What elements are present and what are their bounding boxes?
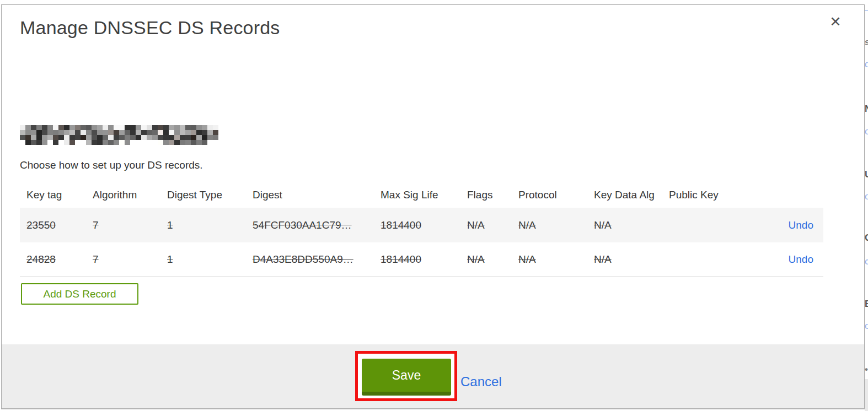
cancel-link[interactable]: Cancel (460, 374, 502, 390)
redacted-domain-name (20, 125, 218, 145)
header-digest-type: Digest Type (167, 189, 253, 201)
header-algorithm: Algorithm (93, 189, 167, 201)
header-key-tag: Key tag (26, 189, 93, 201)
cell-max-sig-life: 1814400 (381, 253, 467, 266)
save-button[interactable]: Save (362, 359, 451, 396)
table-row: 23550 7 1 54FCF030AA1C79… 1814400 N/A N/… (20, 208, 823, 242)
header-key-data-alg: Key Data Alg (594, 189, 669, 201)
background-page-footer (865, 379, 868, 411)
cell-digest: 54FCF030AA1C79… (253, 219, 381, 231)
cell-protocol: N/A (518, 253, 594, 266)
cell-digest: D4A33E8DD550A9… (253, 253, 381, 266)
header-digest: Digest (253, 189, 381, 201)
cell-algorithm: 7 (93, 219, 167, 231)
header-protocol: Protocol (518, 189, 594, 201)
undo-cell: Undo (773, 219, 823, 231)
undo-link[interactable]: Undo (789, 219, 813, 231)
cell-key-data-alg: N/A (594, 219, 669, 231)
manage-dnssec-dialog: Manage DNSSEC DS Records ✕ Choose how to… (1, 4, 865, 409)
cell-key-data-alg: N/A (594, 253, 669, 266)
instruction-text: Choose how to set up your DS records. (20, 159, 203, 171)
cell-key-tag: 24828 (26, 253, 93, 266)
cell-protocol: N/A (518, 219, 594, 231)
dialog-footer: Save Cancel (2, 344, 864, 408)
cell-max-sig-life: 1814400 (381, 219, 467, 231)
header-flags: Flags (467, 189, 518, 201)
header-max-sig-life: Max Sig Life (381, 189, 467, 201)
annotation-highlight-box: Save (355, 351, 457, 401)
undo-cell: Undo (773, 253, 823, 266)
cell-digest-type: 1 (167, 219, 253, 231)
ds-records-table: Key tag Algorithm Digest Type Digest Max… (20, 182, 823, 277)
cell-algorithm: 7 (93, 253, 167, 266)
cell-key-tag: 23550 (26, 219, 93, 231)
dialog-title: Manage DNSSEC DS Records (20, 17, 280, 39)
cell-flags: N/A (467, 253, 518, 266)
close-icon[interactable]: ✕ (826, 12, 845, 31)
add-ds-record-button[interactable]: Add DS Record (21, 283, 138, 305)
table-header-row: Key tag Algorithm Digest Type Digest Max… (20, 182, 823, 208)
background-page-edge: |•oEcCoUoNds_ (865, 0, 868, 411)
table-row: 24828 7 1 D4A33E8DD550A9… 1814400 N/A N/… (20, 242, 823, 277)
cell-digest-type: 1 (167, 253, 253, 266)
undo-link[interactable]: Undo (789, 253, 813, 265)
cell-flags: N/A (467, 219, 518, 231)
header-public-key: Public Key (669, 189, 773, 201)
